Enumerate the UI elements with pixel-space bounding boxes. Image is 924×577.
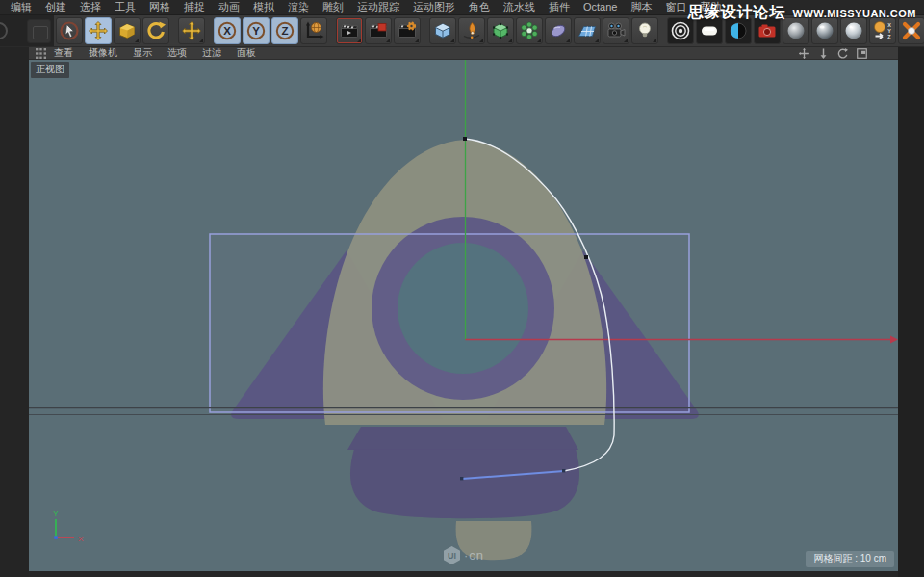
menu-select[interactable]: 选择 xyxy=(73,0,108,14)
menu-tools[interactable]: 工具 xyxy=(108,0,142,14)
spline-bean-icon xyxy=(548,20,569,41)
zoom-view-icon[interactable] xyxy=(818,48,829,59)
octane-specular-material-button[interactable] xyxy=(840,17,867,44)
spline-pen-button[interactable] xyxy=(458,17,485,44)
vmenu-view[interactable]: 查看 xyxy=(46,46,81,60)
scale-icon xyxy=(116,20,138,41)
move-tool-button[interactable] xyxy=(85,17,112,44)
render-view-button[interactable] xyxy=(336,17,363,44)
vmenu-cameras[interactable]: 摄像机 xyxy=(81,46,125,60)
menu-mograph[interactable]: 运动图形 xyxy=(406,0,462,14)
menu-sculpt[interactable]: 雕刻 xyxy=(316,0,350,14)
menu-mesh[interactable]: 网格 xyxy=(142,0,177,14)
menu-motion-tracker[interactable]: 运动跟踪 xyxy=(350,0,406,14)
menu-help[interactable]: 帮助 xyxy=(693,0,728,14)
octane-live-viewer-icon xyxy=(670,20,691,41)
rotate-view-icon[interactable] xyxy=(837,48,848,59)
y-axis-icon: Y xyxy=(245,20,267,41)
specular-material-sphere-icon xyxy=(843,20,864,41)
menu-pipeline[interactable]: 流水线 xyxy=(497,0,542,14)
menu-bar: 编辑 创建 选择 工具 网格 捕捉 动画 模拟 渲染 雕刻 运动跟踪 运动图形 … xyxy=(0,0,924,15)
scale-tool-button[interactable] xyxy=(114,17,141,44)
selection-rectangle[interactable] xyxy=(210,234,689,412)
spline-vertex-bottom-left[interactable] xyxy=(460,477,463,480)
octane-glossy-material-button[interactable] xyxy=(811,17,838,44)
menu-animate[interactable]: 动画 xyxy=(212,0,246,14)
menu-create[interactable]: 创建 xyxy=(38,0,73,14)
gizmo-y-label: Y xyxy=(53,510,59,518)
octane-daylight-icon xyxy=(728,20,749,41)
octane-camera-button[interactable] xyxy=(754,17,781,44)
render-settings-icon xyxy=(397,20,418,41)
rotate-tool-button[interactable] xyxy=(142,17,169,44)
spline-vertex-top[interactable] xyxy=(463,137,467,141)
octane-transform-button[interactable]: XYZ xyxy=(869,17,896,44)
lock-x-axis-button[interactable]: X xyxy=(214,17,241,44)
coordinate-system-icon xyxy=(303,20,324,41)
x-axis-icon: X xyxy=(217,20,238,41)
octane-material-white-button[interactable] xyxy=(696,17,723,44)
glossy-material-sphere-icon xyxy=(814,20,835,41)
grid-spacing-status: 网格间距 : 10 cm xyxy=(806,551,894,567)
uicn-badge: UI xyxy=(443,546,461,564)
subdivision-cube-icon xyxy=(490,20,511,41)
subdivision-surface-button[interactable] xyxy=(487,17,514,44)
add-primitive-cube-button[interactable] xyxy=(429,17,456,44)
svg-text:Y: Y xyxy=(252,25,260,37)
last-used-tool-button[interactable] xyxy=(178,17,205,44)
floor-environment-button[interactable] xyxy=(574,17,601,44)
pan-view-icon[interactable] xyxy=(799,48,809,59)
main-toolbar: X Y Z xyxy=(0,15,924,47)
toolbar-undo-area xyxy=(0,15,54,46)
viewport-controls xyxy=(799,48,867,59)
menu-edit[interactable]: 编辑 xyxy=(4,0,38,14)
light-object-button[interactable] xyxy=(631,17,658,44)
menu-plugins[interactable]: 插件 xyxy=(542,0,577,14)
camera-object-button[interactable] xyxy=(603,17,629,44)
viewport-grid-icon[interactable] xyxy=(36,48,46,59)
viewport-front-view[interactable]: Y X 正视图 UI ·cn 网格间距 : 10 cm xyxy=(29,60,898,571)
octane-diffuse-material-button[interactable] xyxy=(783,17,809,44)
vmenu-options[interactable]: 选项 xyxy=(160,46,194,60)
render-picture-viewer-button[interactable] xyxy=(365,17,392,44)
menu-simulate[interactable]: 模拟 xyxy=(246,0,281,14)
generator-button[interactable] xyxy=(516,17,543,44)
gizmo-z-handle xyxy=(54,536,58,539)
live-selection-tool-button[interactable] xyxy=(56,17,83,44)
diffuse-material-sphere-icon xyxy=(785,20,807,41)
render-view-icon xyxy=(339,20,360,41)
spline-vertex-right[interactable] xyxy=(584,255,588,259)
cinema4d-window: 编辑 创建 选择 工具 网格 捕捉 动画 模拟 渲染 雕刻 运动跟踪 运动图形 … xyxy=(0,0,924,577)
coordinate-system-button[interactable] xyxy=(300,17,327,44)
svg-text:X: X xyxy=(223,25,231,37)
move-icon xyxy=(88,20,109,41)
uicn-suffix: ·cn xyxy=(464,548,484,563)
menu-window[interactable]: 窗口 xyxy=(658,0,693,14)
vmenu-filter[interactable]: 过滤 xyxy=(194,46,229,60)
rocket-engine-base[interactable] xyxy=(350,449,579,518)
menu-render[interactable]: 渲染 xyxy=(281,0,316,14)
live-selection-icon xyxy=(59,20,80,41)
vmenu-display[interactable]: 显示 xyxy=(125,46,160,60)
spline-vertex-bottom-right[interactable] xyxy=(562,469,565,472)
viewport-canvas[interactable]: Y X xyxy=(29,60,898,571)
viewport-menu-bar: 查看 摄像机 显示 选项 过滤 面板 xyxy=(29,47,898,60)
menu-octane[interactable]: Octane xyxy=(577,0,624,14)
render-picture-viewer-icon xyxy=(368,20,389,41)
spline-primitive-button[interactable] xyxy=(545,17,572,44)
vmenu-panel[interactable]: 面板 xyxy=(229,46,264,60)
menu-snap[interactable]: 捕捉 xyxy=(177,0,212,14)
octane-scatter-button[interactable] xyxy=(898,17,924,44)
render-settings-button[interactable] xyxy=(394,17,421,44)
toggle-view-icon[interactable] xyxy=(857,48,867,59)
octane-live-viewer-button[interactable] xyxy=(667,17,694,44)
octane-daylight-button[interactable] xyxy=(725,17,752,44)
content-area: 查看 摄像机 显示 选项 过滤 面板 xyxy=(0,47,924,577)
lock-z-axis-button[interactable]: Z xyxy=(271,17,298,44)
menu-character[interactable]: 角色 xyxy=(462,0,497,14)
lock-y-axis-button[interactable]: Y xyxy=(243,17,270,44)
menu-script[interactable]: 脚本 xyxy=(624,0,658,14)
octane-scatter-icon xyxy=(901,20,922,41)
rocket-engine-collar[interactable] xyxy=(347,427,578,450)
svg-text:Z: Z xyxy=(281,25,288,37)
